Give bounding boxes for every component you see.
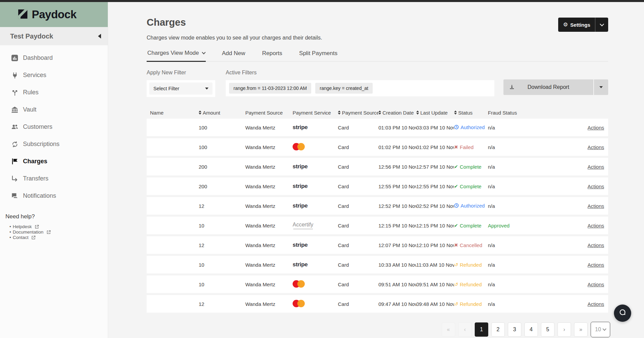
status-complete-icon: ✔ [454,164,458,169]
sidebar-item-label: Notifications [23,192,56,199]
table-row[interactable]: 200 Wanda Mertz stripe Card 12:55 PM 10 … [147,177,608,195]
page-button-next[interactable]: › [558,322,571,337]
page-button-3[interactable]: 3 [508,322,521,337]
tab-label: Split Payments [299,50,337,57]
sidebar-item-vault[interactable]: Vault [0,101,108,118]
table-row[interactable]: 10 Wanda Mertz Accertify✳ Card 12:15 PM … [147,217,608,234]
cell-payment-source: Wanda Mertz [245,184,293,189]
page-title: Charges [147,17,608,28]
sidebar-item-notifications[interactable]: Notifications [0,187,108,204]
page-button-5[interactable]: 5 [541,322,554,337]
cell-fraud-status: n/a [488,184,539,189]
sidebar-item-customers[interactable]: Customers [0,118,108,136]
settings-button[interactable]: ⚙ Settings [558,18,608,32]
sidebar-collapse-icon[interactable] [98,34,101,39]
page-button-1[interactable]: 1 [475,322,488,337]
column-header-status[interactable]: Status [454,110,488,116]
cell-payment-source-type: Card [338,125,378,130]
settings-dropdown-button[interactable] [595,24,608,26]
table-row[interactable]: 100 Wanda Mertz stripe Card 01:03 PM 10 … [147,119,608,136]
actions-link[interactable]: Actions [588,144,604,150]
filter-select-value: Select Filter [153,86,179,91]
actions-link[interactable]: Actions [588,242,604,248]
actions-link[interactable]: Actions [588,184,604,189]
actions-link[interactable]: Actions [588,262,604,268]
actions-link[interactable]: Actions [588,282,604,287]
tab-label: Charges View Mode [147,50,199,56]
external-link-icon [34,224,39,229]
help-link-documentation[interactable]: • Documentation [9,230,108,235]
stripe-logo: stripe [293,163,308,170]
sidebar-nav: Dashboard Services Rules Vault Customers… [0,45,108,204]
cell-amount: 10 [199,282,245,287]
column-header-fraud-status: Fraud Status [488,110,539,116]
accertify-logo: Accertify✳ [293,222,313,230]
tab-split-payments[interactable]: Split Payments [298,50,338,61]
cell-last-update: 09:48 AM 10 Nov… [416,301,454,307]
table-row[interactable]: 10 Wanda Mertz stripe Card 10:33 AM 10 N… [147,256,608,273]
table-row[interactable]: 12 Wanda Mertz Card 09:47 AM 10 Nov… 09:… [147,295,608,313]
bullet: • [9,224,11,230]
cell-last-update: 12:55 PM 10 Nov… [416,184,454,189]
table-row[interactable]: 12 Wanda Mertz stripe Card 12:52 PM 10 N… [147,197,608,215]
download-report-button[interactable]: Download Report [503,79,593,95]
cell-payment-service: stripe [293,124,338,131]
column-header-creation-date[interactable]: Creation Date [378,110,416,116]
column-label: Fraud Status [488,110,517,116]
page-size-select[interactable]: 10 [591,322,610,337]
column-label: Payment Source [245,110,283,116]
sidebar-item-services[interactable]: Services [0,67,108,84]
subscriptions-cycle-icon [11,140,19,148]
help-link-label: Contact [13,235,29,240]
sort-icon[interactable] [454,111,457,115]
cell-payment-source: Wanda Mertz [245,203,293,209]
filter-select[interactable]: Select Filter [149,82,213,95]
tab-add-new[interactable]: Add New [221,50,246,61]
help-link-helpdesk[interactable]: • Helpdesk [9,224,108,230]
page-button-4[interactable]: 4 [524,322,538,337]
cell-amount: 12 [199,301,245,307]
actions-link[interactable]: Actions [588,164,604,170]
brand-name: Paydock [32,8,76,21]
column-header-last-update[interactable]: Last Update [416,110,454,116]
active-filter-chip[interactable]: range.from = 11-03-2023 12:00 AM [229,83,311,94]
active-filter-chip[interactable]: range.key = created_at [315,83,373,94]
page-button-2[interactable]: 2 [491,322,505,337]
column-header-payment-source-[interactable]: Payment Source… [338,110,378,116]
table-row[interactable]: 12 Wanda Mertz stripe Card 12:07 PM 10 N… [147,236,608,254]
table-row[interactable]: 100 Wanda Mertz Card 01:02 PM 10 Nov… 01… [147,138,608,156]
sort-icon[interactable] [338,111,341,115]
sort-icon[interactable] [199,111,201,115]
settings-label: Settings [570,22,590,28]
status-label: Refunded [460,282,482,287]
chat-launcher-button[interactable] [614,305,631,322]
stripe-logo: stripe [293,202,308,209]
download-report-dropdown[interactable] [594,79,608,95]
download-report-label: Download Report [527,84,569,90]
actions-link[interactable]: Actions [588,125,604,130]
column-header-amount[interactable]: Amount [199,110,245,116]
sort-icon[interactable] [416,111,419,115]
cell-fraud-status: n/a [488,164,539,170]
table-row[interactable]: 200 Wanda Mertz stripe Card 12:56 PM 10 … [147,158,608,175]
sidebar-item-transfers[interactable]: Transfers [0,170,108,187]
sidebar-item-subscriptions[interactable]: Subscriptions [0,136,108,153]
tab-reports[interactable]: Reports [262,50,283,61]
column-label: Last Update [420,110,448,116]
cell-status: Authorized [454,124,488,131]
sidebar-item-dashboard[interactable]: Dashboard [0,49,108,67]
tab-charges-view-mode[interactable]: Charges View Mode [147,50,206,62]
column-label: Name [150,110,164,116]
table-row[interactable]: 10 Wanda Mertz Card 09:51 AM 10 Nov… 09:… [147,275,608,293]
sidebar-item-rules[interactable]: Rules [0,84,108,101]
actions-link[interactable]: Actions [588,203,604,209]
sidebar-item-charges[interactable]: Charges [0,153,108,170]
chevron-down-icon [202,50,205,54]
sort-icon[interactable] [378,111,381,115]
actions-link[interactable]: Actions [588,301,604,307]
org-switcher[interactable]: Test Paydock [0,27,108,45]
page-button-last[interactable]: » [574,322,588,337]
help-link-contact[interactable]: • Contact [9,235,108,240]
paydock-logo[interactable]: Paydock [0,2,108,27]
actions-link[interactable]: Actions [588,223,604,228]
